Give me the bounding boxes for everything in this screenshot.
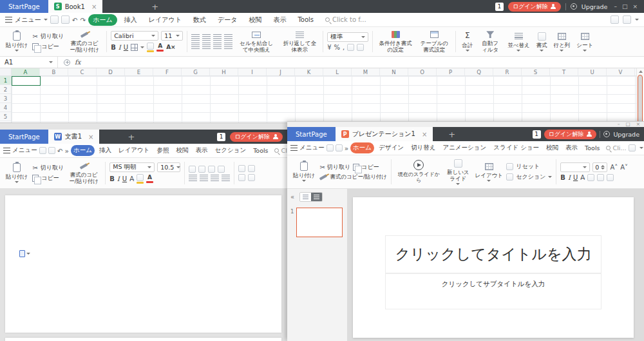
upgrade-button[interactable]: Upgrade xyxy=(613,131,639,138)
cut-button[interactable]: ✂ 切り取り xyxy=(32,32,64,41)
shading-icon[interactable] xyxy=(248,165,255,172)
font-size-select[interactable]: 10.5 xyxy=(157,162,180,172)
collapse-ribbon-icon[interactable] xyxy=(635,19,639,21)
column-header[interactable]: T xyxy=(550,68,578,75)
shrink-font-icon[interactable]: A˅ xyxy=(620,164,628,171)
copy-button[interactable]: コピー xyxy=(32,174,64,182)
column-header[interactable]: O xyxy=(408,68,437,75)
ribbon-tab-insert[interactable]: 挿入 xyxy=(120,14,142,26)
ribbon-tab-tools[interactable]: Tools xyxy=(293,15,318,24)
layout-button[interactable]: レイアウト xyxy=(474,157,504,187)
undo-icon[interactable]: ↶ xyxy=(72,16,78,24)
name-box[interactable]: A1 xyxy=(0,57,58,68)
align-bottom-icon[interactable] xyxy=(213,34,222,41)
ribbon-tab-slideshow[interactable]: スライド ショー xyxy=(491,142,542,153)
italic-button[interactable]: I xyxy=(117,175,120,182)
object-anchor[interactable] xyxy=(19,250,30,257)
column-header[interactable]: H xyxy=(210,68,238,75)
row-header[interactable]: 1 xyxy=(0,76,11,85)
ribbon-tab-formulas[interactable]: 数式 xyxy=(189,14,211,26)
column-header[interactable]: R xyxy=(493,68,522,75)
column-header[interactable]: U xyxy=(578,68,607,75)
justify-icon[interactable] xyxy=(222,175,230,181)
close-tab-icon[interactable]: × xyxy=(91,3,97,10)
slide-canvas[interactable]: クリックしてタイトルを入力 クリックしてサブタイトルを入力 xyxy=(353,197,634,338)
logout-button[interactable]: ログイン解除 xyxy=(230,132,283,142)
number-format-select[interactable]: 標準 xyxy=(327,32,368,42)
select-all-corner[interactable] xyxy=(0,68,12,75)
rows-cols-button[interactable]: 行と列 xyxy=(552,28,573,55)
column-header[interactable]: B xyxy=(40,68,68,75)
column-header[interactable]: G xyxy=(182,68,210,75)
search-box[interactable]: Cli... xyxy=(274,147,287,154)
italic-button[interactable]: I xyxy=(568,174,571,181)
font-name-select[interactable]: Calibri xyxy=(111,31,158,41)
copy-button[interactable]: コピー xyxy=(353,163,379,171)
row-headers[interactable]: 12345 xyxy=(0,76,12,124)
ribbon-tab-design[interactable]: デザイン xyxy=(376,142,406,153)
chevron-down-icon[interactable] xyxy=(140,46,144,48)
document-page-2[interactable] xyxy=(5,338,281,341)
bullet-list-icon[interactable] xyxy=(189,166,196,173)
copy-button[interactable]: コピー xyxy=(32,43,64,51)
borders-icon[interactable] xyxy=(131,44,138,51)
align-center-icon[interactable] xyxy=(202,43,211,49)
decrease-decimal-icon[interactable] xyxy=(357,44,364,51)
paste-button[interactable]: 貼り付け xyxy=(291,157,317,187)
ribbon-tab-home[interactable]: ホーム xyxy=(71,145,95,156)
print-icon[interactable] xyxy=(48,147,55,154)
sum-button[interactable]: Σ 合計 xyxy=(460,28,475,55)
increase-decimal-icon[interactable] xyxy=(347,44,354,51)
text-effects-icon[interactable] xyxy=(607,174,614,181)
search-box[interactable]: Click to f... xyxy=(325,16,366,23)
align-left-icon[interactable] xyxy=(189,175,197,181)
align-middle-icon[interactable] xyxy=(202,34,211,41)
underline-button[interactable]: U xyxy=(573,174,578,181)
outline-view-icon[interactable] xyxy=(300,193,311,201)
styles-icon[interactable] xyxy=(248,174,255,181)
column-header[interactable]: A xyxy=(12,68,40,75)
excel-document-tab[interactable]: S Book1 × xyxy=(48,0,103,13)
format-button[interactable]: 書式 xyxy=(535,28,549,55)
decrease-icon[interactable] xyxy=(601,168,605,170)
underline-button[interactable]: U xyxy=(122,175,127,182)
paste-button[interactable]: 貼り付け xyxy=(4,28,30,55)
minimize-icon[interactable]: – xyxy=(618,122,620,127)
close-tab-icon[interactable]: × xyxy=(88,133,93,141)
share-icon[interactable] xyxy=(629,144,636,151)
align-left-icon[interactable] xyxy=(191,43,200,49)
ribbon-tab-review[interactable]: 校閲 xyxy=(544,142,561,153)
save-icon[interactable] xyxy=(39,147,46,154)
save-icon[interactable] xyxy=(50,15,59,24)
ribbon-tab-view[interactable]: 表示 xyxy=(269,14,290,26)
orientation-icon[interactable] xyxy=(224,34,232,41)
strikethrough-button[interactable]: A̶ xyxy=(129,175,134,182)
align-center-icon[interactable] xyxy=(200,175,208,181)
ribbon-tab-review[interactable]: 校閲 xyxy=(174,145,191,156)
selected-cell-a1[interactable] xyxy=(12,76,41,86)
ribbon-tab-view[interactable]: 表示 xyxy=(563,142,580,153)
cut-button[interactable]: ✂ 切り取り xyxy=(32,164,64,172)
new-tab-button[interactable]: + xyxy=(121,130,141,144)
insert-symbol-icon[interactable] xyxy=(64,59,70,66)
font-name-select[interactable]: MS 明朝 xyxy=(109,162,155,172)
ribbon-tab-layout[interactable]: レイアウト xyxy=(144,14,186,26)
save-icon[interactable] xyxy=(327,144,334,151)
column-header[interactable]: N xyxy=(380,68,408,75)
column-header[interactable]: L xyxy=(323,68,352,75)
print-icon[interactable] xyxy=(336,144,343,151)
font-size-stepper[interactable]: 0 xyxy=(592,162,607,172)
character-spacing-icon[interactable] xyxy=(597,174,604,181)
column-header[interactable]: Q xyxy=(465,68,493,75)
row-header[interactable]: 5 xyxy=(0,112,11,121)
layout-switch-icon[interactable] xyxy=(623,15,631,24)
formula-input[interactable] xyxy=(86,57,644,68)
ribbon-tab-data[interactable]: データ xyxy=(213,14,242,26)
font-color-button[interactable]: A xyxy=(156,43,164,52)
more-tools-icon[interactable]: » xyxy=(345,144,348,152)
fill-color-button[interactable] xyxy=(147,43,154,52)
new-tab-button[interactable]: + xyxy=(442,127,462,141)
scroll-up-icon[interactable] xyxy=(639,70,643,73)
wrap-text-button[interactable]: 折り返して全体表示 xyxy=(280,28,319,55)
slide-thumbnail[interactable] xyxy=(296,208,343,237)
